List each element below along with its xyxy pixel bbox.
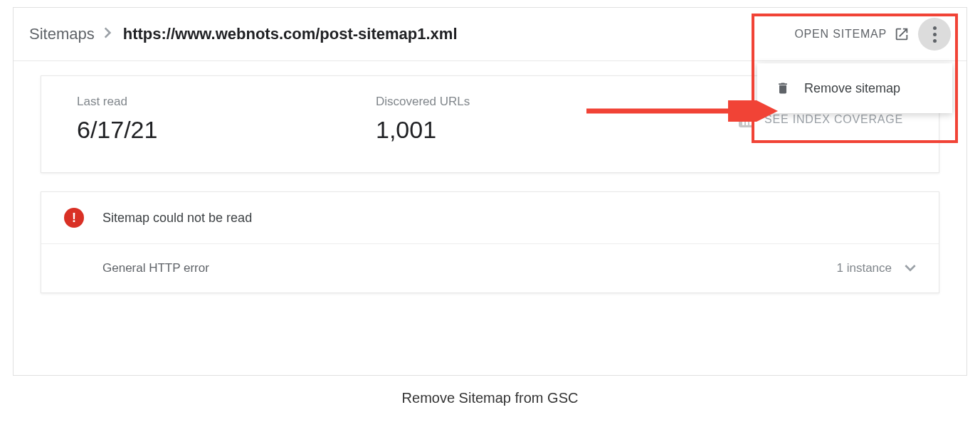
last-read-value: 6/17/21 — [77, 116, 376, 144]
error-header: ! Sitemap could not be read — [41, 192, 939, 244]
coverage-label: SEE INDEX COVERAGE — [764, 113, 903, 126]
open-sitemap-button[interactable]: OPEN SITEMAP — [794, 26, 910, 42]
trash-icon — [776, 80, 790, 96]
external-link-icon — [894, 26, 910, 42]
error-title: Sitemap could not be read — [102, 211, 252, 226]
see-index-coverage-link[interactable]: SEE INDEX COVERAGE — [739, 112, 903, 127]
more-options-button[interactable] — [918, 18, 951, 51]
page-header: Sitemaps https://www.webnots.com/post-si… — [14, 8, 966, 61]
error-icon: ! — [64, 208, 84, 228]
breadcrumb-current: https://www.webnots.com/post-sitemap1.xm… — [123, 25, 458, 43]
open-sitemap-label: OPEN SITEMAP — [794, 28, 887, 41]
breadcrumb-root[interactable]: Sitemaps — [29, 25, 95, 43]
discovered-urls-label: Discovered URLs — [376, 95, 470, 109]
error-detail-row[interactable]: General HTTP error 1 instance — [41, 244, 939, 292]
bar-chart-icon — [739, 112, 754, 127]
chevron-down-icon — [905, 263, 916, 274]
chevron-right-icon — [105, 27, 113, 42]
error-card: ! Sitemap could not be read General HTTP… — [41, 191, 939, 293]
discovered-urls-value: 1,001 — [376, 116, 470, 144]
error-detail-text: General HTTP error — [102, 261, 209, 275]
header-actions: OPEN SITEMAP — [794, 18, 951, 51]
main-panel: Sitemaps https://www.webnots.com/post-si… — [13, 7, 967, 376]
remove-sitemap-label: Remove sitemap — [804, 81, 900, 96]
remove-sitemap-menu-item[interactable]: Remove sitemap — [757, 69, 952, 107]
last-read-label: Last read — [77, 95, 376, 109]
image-caption: Remove Sitemap from GSC — [0, 390, 980, 406]
more-options-dropdown: Remove sitemap — [757, 63, 952, 113]
stat-last-read: Last read 6/17/21 — [77, 95, 376, 144]
stat-discovered-urls: Discovered URLs 1,001 — [376, 95, 470, 144]
more-vertical-icon — [933, 26, 937, 43]
error-instance-count: 1 instance — [837, 261, 892, 275]
